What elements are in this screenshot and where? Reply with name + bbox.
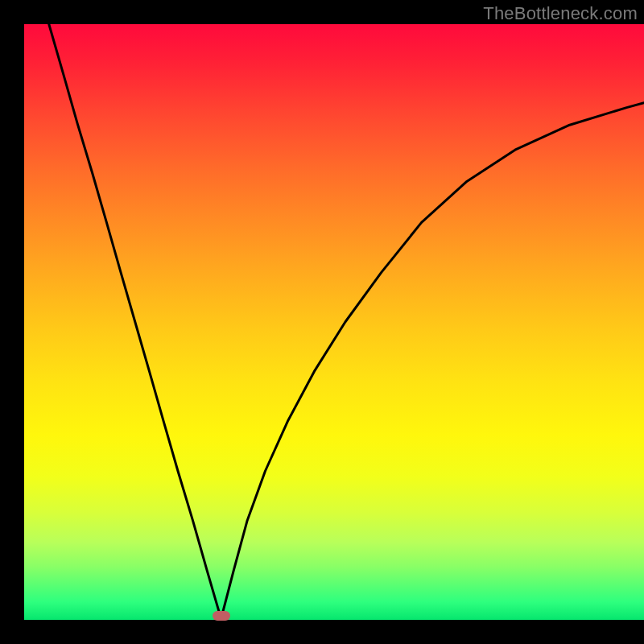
optimum-marker	[213, 611, 230, 621]
bottleneck-curve	[24, 24, 644, 620]
curve-left-branch	[49, 24, 219, 611]
curve-right-branch	[223, 103, 644, 611]
watermark-text: TheBottleneck.com	[483, 3, 638, 24]
plot-area	[24, 24, 644, 620]
chart-frame: TheBottleneck.com	[0, 0, 644, 644]
